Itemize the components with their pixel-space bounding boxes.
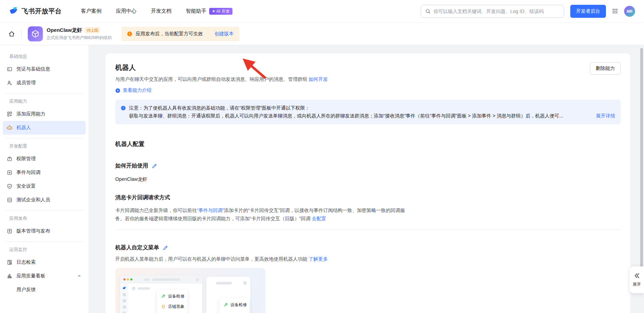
app-grid-icon[interactable] xyxy=(612,8,618,14)
card-callback-title: 消息卡片回调请求方式 xyxy=(115,194,621,201)
warning-icon xyxy=(127,31,132,37)
event-callback-icon xyxy=(7,170,12,175)
sparkle-icon: ✦ xyxy=(212,9,215,14)
custom-menu-title-row: 机器人自定义菜单 xyxy=(115,244,621,251)
sidebar-item-label: 版本管理与发布 xyxy=(16,228,50,234)
status-badge: 待上线 xyxy=(85,27,100,33)
custom-menu-title: 机器人自定义菜单 xyxy=(115,244,159,251)
traffic-light-red xyxy=(123,278,126,280)
developer-console-button[interactable]: 开发者后台 xyxy=(570,5,606,18)
expand-panel-tab[interactable]: 展开 xyxy=(630,266,644,293)
sidebar-item-label: 应用质量看板 xyxy=(16,273,45,279)
banner-text: 应用发布后，当前配置方可生效 xyxy=(136,31,203,37)
delete-capability-button[interactable]: 删除能力 xyxy=(590,62,621,75)
member-add-icon xyxy=(7,80,12,86)
how-to-start-title: 如何开始使用 xyxy=(115,162,148,170)
play-circle-icon xyxy=(115,88,120,93)
sidebar-item-add-capability[interactable]: 添加应用能力 xyxy=(3,107,86,121)
app-name: OpenClaw龙虾 xyxy=(47,27,82,34)
sidebar-item-label: 用户反馈 xyxy=(16,287,36,293)
sidebar-header-basic-info: 基础信息 xyxy=(9,53,88,60)
bot-config-title: 机器人配置 xyxy=(115,140,621,148)
sidebar-item-label: 机器人 xyxy=(16,125,31,131)
bot-description: 与用户在聊天中交互的应用，可以向用户或群组自动发送消息、响应用户的消息、管理群组… xyxy=(115,76,621,83)
custom-menu-description: 开启机器人菜单能力后，用户可以在与机器人的单聊中访问菜单，更高效地使用机器人功能… xyxy=(115,256,621,262)
menu-item-device-repair: 设备检修 xyxy=(161,293,183,299)
wrench-icon xyxy=(224,303,228,307)
sidebar-item-label: 凭证与基础信息 xyxy=(16,66,50,72)
search-input[interactable] xyxy=(433,9,560,14)
content-area: 机器人 删除能力 与用户在聊天中交互的应用，可以向用户或群组自动发送消息、响应用… xyxy=(88,45,644,313)
sidebar-header-app-capability: 应用能力 xyxy=(9,98,88,104)
ai-dev-badge: ✦AI 开发 xyxy=(209,8,232,15)
test-code-icon xyxy=(7,197,12,203)
expand-detail-link[interactable]: 展开详情 xyxy=(596,112,615,120)
nav-item-assistant[interactable]: 智能助手 ✦AI 开发 xyxy=(186,8,232,15)
nav-item-docs[interactable]: 开发文档 xyxy=(151,8,171,15)
double-chevron-left-icon xyxy=(634,273,640,279)
sidebar-item-label: 成员管理 xyxy=(16,80,36,86)
credential-card-icon xyxy=(7,66,12,72)
sidebar-divider xyxy=(5,210,83,211)
user-avatar[interactable]: MR xyxy=(624,6,635,17)
sidebar-header-app-release: 应用发布 xyxy=(9,215,88,222)
sidebar-divider xyxy=(5,93,83,93)
app-meta: OpenClaw龙虾 待上线 正式应用@飞书用户9882MR的组织 xyxy=(47,27,112,41)
notice-box: 注意：为了使机器人具有收发消息的基础功能，请在“权限管理”面板中开通以下权限： … xyxy=(115,100,621,124)
nav-item-cases[interactable]: 客户案例 xyxy=(81,8,102,15)
add-capability-icon xyxy=(7,111,12,117)
sidebar-item-bot[interactable]: 机器人 xyxy=(3,121,86,135)
app-icon xyxy=(28,26,43,41)
sidebar-item-label: 权限管理 xyxy=(16,156,36,162)
section-divider xyxy=(115,229,621,230)
sidebar-item-member-management[interactable]: 成员管理 xyxy=(3,76,86,90)
how-to-develop-link[interactable]: 如何开发 xyxy=(309,76,328,82)
search-icon xyxy=(425,9,431,14)
create-version-link[interactable]: 创建版本 xyxy=(215,31,234,37)
notice-line2: 获取与发送单聊、群组消息：开通该权限后，机器人可以向用户发送单聊消息，或向机器人… xyxy=(129,112,615,120)
nav-item-app-center[interactable]: 应用中心 xyxy=(116,8,136,15)
sidebar-item-credentials[interactable]: 凭证与基础信息 xyxy=(3,62,86,76)
global-search-box xyxy=(421,5,564,18)
mobile-menu-popup: 设备检修 店铺形象 xyxy=(219,298,249,313)
events-callback-link[interactable]: “事件与回调” xyxy=(197,208,224,213)
feishu-open-platform-page: 飞书开放平台 客户案例 应用中心 开发文档 智能助手 ✦AI 开发 开发者后台 … xyxy=(0,0,644,313)
header-divider xyxy=(21,29,22,38)
publish-warning-banner: 应用发布后，当前配置方可生效 创建版本 xyxy=(121,27,239,41)
mock-feishu-logo xyxy=(122,286,126,290)
sidebar-item-security[interactable]: 安全设置 xyxy=(3,179,86,193)
how-to-start-row: 如何开始使用 xyxy=(115,162,621,170)
security-shield-icon xyxy=(7,184,12,189)
storefront-icon xyxy=(161,304,166,309)
sidebar-item-label: 测试企业和人员 xyxy=(16,197,50,203)
sidebar-item-version-release[interactable]: 版本管理与发布 xyxy=(3,224,86,238)
app-header: OpenClaw龙虾 待上线 正式应用@飞书用户9882MR的组织 应用发布后，… xyxy=(0,23,644,45)
bot-name-value: OpenClaw龙虾 xyxy=(115,176,621,183)
chevron-up-icon[interactable] xyxy=(77,274,82,278)
version-release-icon xyxy=(7,228,12,234)
feishu-logo-icon xyxy=(9,7,18,16)
sidebar-item-user-feedback[interactable]: 用户反馈 xyxy=(3,283,86,297)
page-title: 机器人 xyxy=(115,63,621,72)
menu-edit-pencil-icon[interactable] xyxy=(163,245,168,251)
menu-preview-card: 设备检修 店铺形象 xyxy=(115,268,265,313)
permission-lock-icon xyxy=(7,156,12,162)
sidebar-divider xyxy=(5,241,83,242)
learn-more-link[interactable]: 了解更多 xyxy=(309,256,328,262)
sidebar-item-quality-dashboard[interactable]: 应用质量看板 xyxy=(3,269,86,283)
sidebar-item-permission[interactable]: 权限管理 xyxy=(3,152,86,166)
sidebar-item-label: 日志检索 xyxy=(16,259,36,265)
home-icon[interactable] xyxy=(8,30,15,37)
desktop-menu-popup: 设备检修 店铺形象 xyxy=(157,290,187,313)
edit-pencil-icon[interactable] xyxy=(152,163,157,169)
brand-logo[interactable]: 飞书开放平台 xyxy=(9,7,62,16)
menu-item-shop-image: 店铺形象 xyxy=(161,304,183,310)
sidebar: 基础信息 凭证与基础信息 成员管理 应用能力 添加应用能力 机器人 开发配置 权… xyxy=(0,45,88,313)
sidebar-item-test-users[interactable]: 测试企业和人员 xyxy=(3,193,86,207)
capability-intro-link[interactable]: 查看能力介绍 xyxy=(115,87,152,93)
sidebar-item-events-callback[interactable]: 事件与回调 xyxy=(3,166,86,179)
vertical-scrollbar[interactable] xyxy=(640,48,643,270)
go-config-link[interactable]: 去配置 xyxy=(312,216,326,221)
info-icon xyxy=(121,105,126,120)
sidebar-item-log-search[interactable]: 日志检索 xyxy=(3,255,86,269)
